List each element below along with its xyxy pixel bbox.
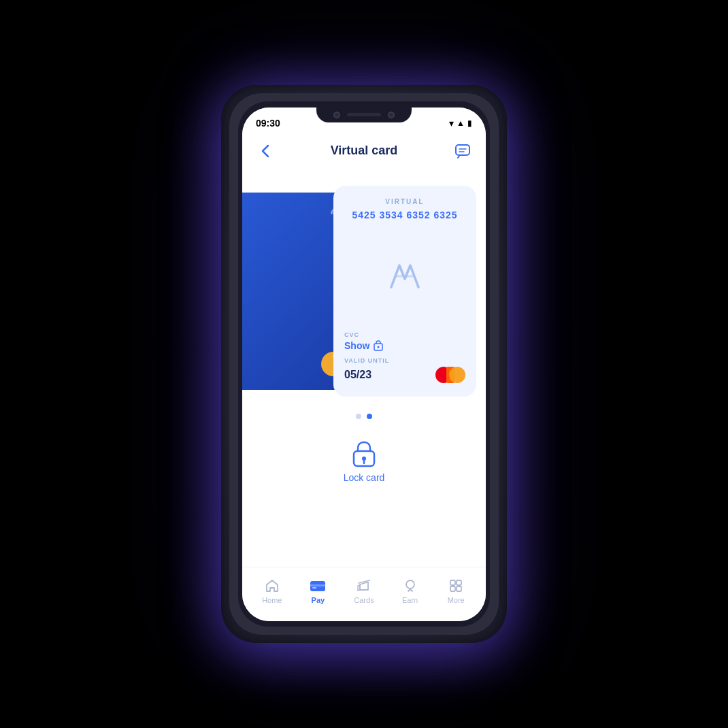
virtual-card[interactable]: VIRTUAL 5425 3534 6352 6325 CVC [333, 186, 476, 397]
nav-pay-label: Pay [312, 596, 325, 604]
nav-item-more[interactable]: More [437, 578, 475, 604]
page-title: Virtual card [331, 144, 398, 158]
notch-camera [333, 112, 340, 118]
dot-1[interactable] [356, 414, 361, 419]
m-logo-icon [384, 256, 425, 297]
nav-cards-label: Cards [354, 596, 374, 604]
phone-middle: 09:30 ▾ ▲ ▮ Virtual card [229, 93, 499, 635]
nav-home-label: Home [262, 596, 282, 604]
svg-rect-12 [450, 580, 455, 585]
earn-icon [403, 578, 418, 593]
svg-rect-13 [457, 580, 461, 585]
phone-notch [316, 107, 412, 122]
header: Virtual card [242, 133, 486, 169]
svg-rect-9 [310, 584, 325, 586]
more-icon [448, 578, 463, 593]
valid-until-label: VALID UNTIL [344, 357, 465, 364]
signal-icon: ▲ [457, 118, 465, 128]
back-button[interactable] [254, 140, 276, 162]
card-logo-area [344, 227, 465, 326]
nav-item-home[interactable]: Home [253, 578, 291, 604]
notch-speaker [347, 113, 381, 116]
main-content: VIRTUAL 5425 3534 6352 6325 CVC [242, 169, 486, 567]
chat-button[interactable] [452, 140, 474, 162]
dot-2[interactable] [367, 414, 372, 419]
lock-icon [348, 437, 380, 469]
nav-item-earn[interactable]: Earn [391, 578, 429, 604]
phone-inner: 09:30 ▾ ▲ ▮ Virtual card [238, 101, 490, 627]
lock-card-label: Lock card [344, 472, 385, 483]
svg-rect-0 [456, 145, 469, 155]
nav-earn-label: Earn [402, 596, 418, 604]
wifi-icon: ▾ [449, 118, 454, 129]
lock-card-section[interactable]: Lock card [344, 437, 385, 483]
pay-icon [309, 578, 327, 593]
status-time: 09:30 [256, 118, 280, 129]
notch-camera-2 [388, 112, 395, 118]
virtual-card-number: 5425 3534 6352 6325 [344, 210, 465, 220]
card-bottom-row: 05/23 [344, 365, 465, 384]
bottom-nav: Home Pay [242, 567, 486, 621]
battery-icon: ▮ [467, 118, 472, 128]
cards-carousel[interactable]: VIRTUAL 5425 3534 6352 6325 CVC [242, 176, 486, 407]
svg-rect-10 [312, 587, 316, 589]
cvc-section: CVC Show [344, 331, 465, 352]
nav-item-cards[interactable]: Cards [345, 578, 382, 604]
phone-outer: 09:30 ▾ ▲ ▮ Virtual card [221, 85, 507, 643]
nav-item-pay[interactable]: Pay [299, 578, 337, 604]
svg-point-4 [378, 346, 380, 348]
show-cvc-button[interactable]: Show [344, 340, 465, 352]
status-icons: ▾ ▲ ▮ [449, 118, 472, 129]
svg-rect-14 [450, 586, 455, 591]
svg-rect-15 [457, 586, 461, 591]
carousel-pagination [356, 414, 372, 419]
nav-more-label: More [448, 596, 465, 604]
home-icon [265, 578, 280, 593]
phone-screen: 09:30 ▾ ▲ ▮ Virtual card [242, 107, 486, 621]
cvc-label: CVC [344, 331, 465, 338]
valid-date: 05/23 [344, 369, 371, 381]
mastercard-logo [435, 365, 465, 384]
virtual-card-label: VIRTUAL [344, 198, 465, 205]
cards-icon [357, 578, 371, 593]
